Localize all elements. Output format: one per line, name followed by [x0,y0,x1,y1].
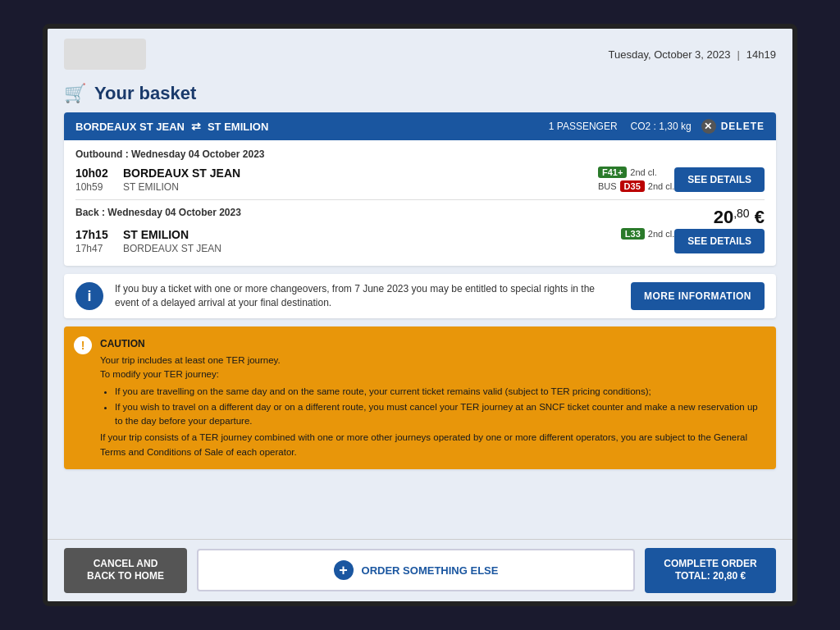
outbound-dep-time: 10h02 [75,167,116,180]
separator: | [737,48,739,61]
price-integer: 20 [714,207,733,228]
return-arr-time: 17h47 [75,243,116,254]
co2-label: CO2 : 1,30 kg [631,121,692,132]
caution-icon: ! [74,336,92,354]
datetime: Tuesday, October 3, 2023 | 14h19 [609,48,776,61]
complete-line2: TOTAL: 20,80 € [661,570,760,583]
basket-icon: 🛒 [64,83,86,104]
return-badge-row: L33 2nd cl. [621,228,674,240]
outbound-arr-time: 10h59 [75,181,116,193]
logo [64,39,146,70]
main-content: BORDEAUX ST JEAN ⇄ ST EMILION 1 PASSENGE… [48,112,792,539]
return-stations: ST EMILION BORDEAUX ST JEAN [116,228,621,254]
ticket-meta: 1 PASSENGER CO2 : 1,30 kg [549,121,692,132]
order-something-label: ORDER SOMETHING ELSE [362,564,499,577]
outbound-row: 10h02 10h59 BORDEAUX ST JEAN ST EMILION … [75,167,765,193]
ticket-body: Outbound : Wednesday 04 October 2023 10h… [64,140,776,266]
ticket-header: BORDEAUX ST JEAN ⇄ ST EMILION 1 PASSENGE… [64,112,776,140]
caution-bullet-1: If you are travelling on the same day an… [115,385,765,399]
caution-banner: ! CAUTION Your trip includes at least on… [64,326,776,469]
currency: € [755,207,765,228]
caution-line2: To modify your TER journey: [100,368,765,381]
badge-row-2: BUS D35 2nd cl. [598,180,674,192]
return-class-label: 2nd cl. [648,229,674,239]
return-train-badge: L33 [621,228,645,240]
more-information-button[interactable]: MORE INFORMATION [631,282,765,310]
outbound-see-details-button[interactable]: SEE DETAILS [674,167,765,192]
train-badge-1: F41+ [598,167,627,178]
passengers-label: 1 PASSENGER [549,121,618,132]
info-icon: i [75,282,103,310]
time-text: 14h19 [746,48,776,61]
caution-line3: If your trip consists of a TER journey c… [100,431,765,459]
outbound-dep-station: BORDEAUX ST JEAN [123,167,598,180]
order-something-button[interactable]: + ORDER SOMETHING ELSE [197,549,635,591]
class-label-1: 2nd cl. [630,167,656,177]
cancel-line2: BACK TO HOME [80,570,171,583]
bus-prefix: BUS [598,181,617,191]
return-arr-station: BORDEAUX ST JEAN [123,243,621,254]
origin-label: BORDEAUX ST JEAN [75,121,185,133]
badge-row-1: F41+ 2nd cl. [598,167,657,178]
divider [75,199,765,200]
caution-bullets: If you are travelling on the same day an… [100,385,765,429]
caution-body: Your trip includes at least one TER jour… [100,354,765,459]
route: BORDEAUX ST JEAN ⇄ ST EMILION [75,120,539,133]
plus-icon: + [334,560,354,580]
return-times: 17h15 17h47 [75,228,116,254]
page-title-text: Your basket [94,83,196,104]
complete-line1: COMPLETE ORDER [661,558,760,571]
screen: Tuesday, October 3, 2023 | 14h19 🛒 Your … [43,24,797,606]
destination-label: ST EMILION [208,121,268,133]
caution-title: CAUTION [100,336,765,351]
class-label-2: 2nd cl. [648,181,674,191]
info-banner: i If you buy a ticket with one or more c… [64,274,776,318]
outbound-times: 10h02 10h59 [75,167,116,193]
delete-icon: ✕ [701,119,716,134]
return-dep-time: 17h15 [75,228,116,241]
return-badges: L33 2nd cl. [621,228,674,240]
date-text: Tuesday, October 3, 2023 [609,48,731,61]
ticket-card: BORDEAUX ST JEAN ⇄ ST EMILION 1 PASSENGE… [64,112,776,266]
page-title: 🛒 Your basket [48,76,792,112]
price-cents: ,80 [733,207,749,228]
header: Tuesday, October 3, 2023 | 14h19 [48,29,792,76]
cancel-line1: CANCEL AND [80,558,171,571]
outbound-label: Outbound : Wednesday 04 October 2023 [75,148,765,160]
complete-order-button[interactable]: COMPLETE ORDER TOTAL: 20,80 € [645,548,776,593]
caution-bullet-2: If you wish to travel on a different day… [115,400,765,429]
outbound-arr-station: ST EMILION [123,181,598,193]
return-dep-station: ST EMILION [123,228,621,241]
exchange-icon: ⇄ [191,120,201,133]
return-row: 17h15 17h47 ST EMILION BORDEAUX ST JEAN … [75,228,765,254]
outbound-stations: BORDEAUX ST JEAN ST EMILION [116,167,598,193]
caution-line1: Your trip includes at least one TER jour… [100,354,765,368]
delete-label: DELETE [721,121,765,132]
cancel-button[interactable]: CANCEL AND BACK TO HOME [64,548,187,593]
price-display: 20,80 € [714,207,765,228]
delete-button[interactable]: ✕ DELETE [701,119,765,134]
info-text: If you buy a ticket with one or more cha… [115,282,619,310]
outbound-badges: F41+ 2nd cl. BUS D35 2nd cl. [598,167,674,192]
return-see-details-button[interactable]: SEE DETAILS [674,229,765,253]
footer: CANCEL AND BACK TO HOME + ORDER SOMETHIN… [48,539,792,601]
bus-badge: D35 [620,180,645,192]
return-label: Back : Wednesday 04 October 2023 [75,207,241,218]
